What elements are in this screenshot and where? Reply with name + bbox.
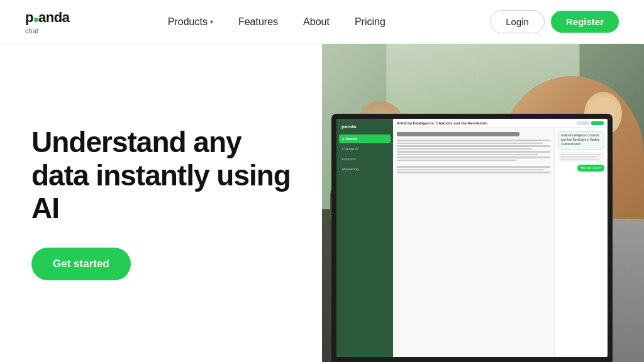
doc-view	[393, 128, 554, 357]
hero-title: Understand any data instantly using AI	[31, 126, 291, 226]
doc-line	[397, 154, 538, 156]
hero-image-container: panda ● Planet Claude AI Finance Marketi…	[322, 44, 644, 362]
sidebar-item-1: Claude AI	[339, 145, 391, 153]
nav-products[interactable]: Products ▾	[158, 11, 223, 33]
chevron-down-icon: ▾	[210, 18, 213, 25]
doc-spacer	[397, 162, 550, 165]
nav-pricing[interactable]: Pricing	[345, 11, 396, 33]
hero-image: panda ● Planet Claude AI Finance Marketi…	[322, 44, 644, 362]
doc-line	[397, 140, 550, 141]
sidebar-item-3: Marketing	[339, 165, 391, 173]
snippet-line	[560, 154, 602, 155]
user-message-bubble: How can I use it?	[577, 165, 604, 172]
sidebar-item-label: Claude AI	[342, 147, 387, 151]
chat-doc-title: Artificial Intelligence: Chatbots and th…	[397, 121, 487, 125]
sidebar-item-active: ● Planet	[339, 134, 391, 143]
nav-about[interactable]: About	[293, 11, 340, 33]
doc-line	[397, 169, 544, 171]
logo-text: panda	[25, 9, 69, 25]
get-started-button[interactable]: Get started	[31, 248, 131, 280]
main-content: Understand any data instantly using AI G…	[0, 44, 644, 362]
doc-line	[397, 148, 532, 150]
sidebar-item-label: Marketing	[342, 167, 387, 171]
sidebar-item-label: ● Planet	[342, 137, 387, 141]
chat-content-split: Artificial Intelligence: Chatbots and th…	[393, 128, 608, 357]
chat-main-area: Artificial Intelligence: Chatbots and th…	[393, 119, 608, 357]
login-button[interactable]: Login	[490, 10, 545, 33]
sidebar-item-label: Finance	[342, 157, 387, 161]
register-button[interactable]: Register	[551, 11, 619, 33]
logo-dot-icon	[34, 18, 38, 22]
doc-line	[397, 151, 550, 153]
laptop-screen: panda ● Planet Claude AI Finance Marketi…	[336, 119, 608, 357]
nav-features[interactable]: Features	[228, 11, 288, 33]
chat-sidebar: panda ● Planet Claude AI Finance Marketi…	[336, 119, 393, 357]
ai-message-text: Artificial Intelligence: Chatbots and th…	[561, 134, 601, 146]
snippet-line	[560, 159, 600, 160]
header: panda chat Products ▾ Features About Pri…	[0, 0, 644, 44]
doc-content-snippet	[558, 152, 604, 162]
chat-messages: Artificial Intelligence: Chatbots and th…	[554, 128, 608, 357]
user-message-text: How can I use it?	[580, 167, 602, 170]
chat-topbar: Artificial Intelligence: Chatbots and th…	[393, 119, 608, 128]
doc-title-line	[397, 132, 519, 136]
chat-logo: panda	[339, 123, 391, 131]
doc-line	[397, 172, 550, 173]
main-nav: Products ▾ Features About Pricing	[158, 11, 396, 33]
topbar-btn	[577, 121, 589, 125]
doc-line	[397, 160, 516, 162]
doc-lines	[397, 140, 550, 173]
doc-line	[397, 145, 550, 147]
ai-message-bubble: Artificial Intelligence: Chatbots and th…	[558, 131, 604, 149]
doc-line	[397, 166, 550, 168]
laptop: panda ● Planet Claude AI Finance Marketi…	[331, 114, 613, 362]
snippet-line	[560, 156, 597, 158]
logo[interactable]: panda chat	[25, 9, 69, 35]
doc-line	[397, 143, 543, 145]
logo-chat: chat	[25, 27, 69, 35]
sidebar-item-2: Finance	[339, 155, 391, 163]
hero-left: Understand any data instantly using AI G…	[0, 44, 322, 362]
doc-line	[397, 156, 550, 158]
chat-topbar-actions	[577, 121, 604, 125]
topbar-btn-green	[591, 121, 604, 125]
nav-buttons: Login Register	[490, 10, 619, 33]
